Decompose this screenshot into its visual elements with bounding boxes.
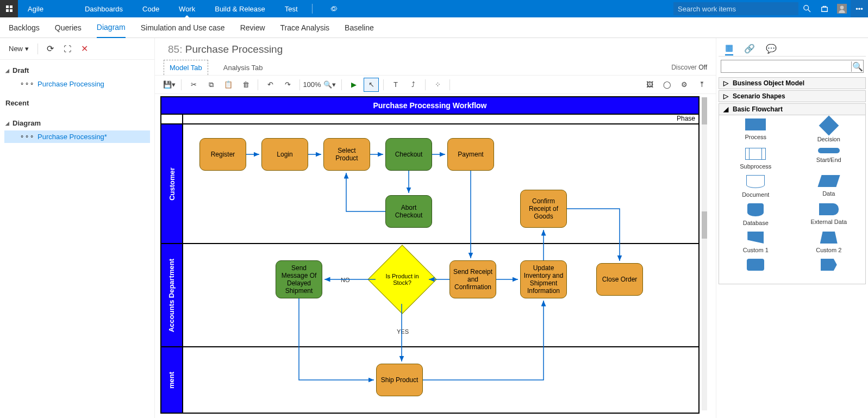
- tab-model[interactable]: Model Tab: [164, 60, 208, 75]
- shapes-search-input[interactable]: [721, 63, 851, 70]
- store-icon[interactable]: [816, 0, 833, 17]
- top-nav: Agile Dashboards Code Work Build & Relea…: [0, 0, 868, 17]
- doc-title: 85: Purchase Processing: [155, 38, 716, 58]
- canvas-scrollbar[interactable]: [702, 97, 707, 410]
- lane-customer-label: Customer: [168, 167, 176, 201]
- shapes-search-icon[interactable]: 🔍: [851, 61, 863, 72]
- nav-dashboards[interactable]: Dashboards: [75, 0, 133, 17]
- subnav-queries[interactable]: Queries: [55, 17, 82, 38]
- subnav-trace[interactable]: Trace Analysis: [280, 17, 330, 38]
- ellipse-button[interactable]: ◯: [659, 78, 675, 92]
- settings-gear-icon[interactable]: [320, 0, 347, 17]
- shape-process[interactable]: Process: [719, 118, 792, 142]
- undo-button[interactable]: ↶: [263, 78, 278, 92]
- gear-button[interactable]: ⚙: [677, 78, 692, 92]
- node-send-receipt[interactable]: Send Receipt and Confirmation: [449, 260, 496, 298]
- paste-button[interactable]: 📋: [221, 78, 236, 92]
- diagram-canvas[interactable]: Purchase Processing Workflow Phase Custo…: [160, 96, 700, 414]
- tree-group-draft[interactable]: ◢Draft: [4, 63, 150, 78]
- tree-group-recent[interactable]: Recent: [4, 96, 150, 110]
- left-sidebar: New ▾ ✕ ◢Draft ⚬⚬⚬Purchase Processing Re…: [0, 38, 155, 418]
- shape-external-data[interactable]: External Data: [792, 203, 866, 226]
- shape-custom-1[interactable]: Custom 1: [719, 232, 792, 253]
- shapes-palette: Process Decision Subprocess Start/End Do…: [719, 115, 866, 284]
- nav-code[interactable]: Code: [133, 0, 169, 17]
- shape-custom-3[interactable]: [719, 259, 792, 280]
- accordion-scenario-shapes[interactable]: ▷Scenario Shapes: [719, 90, 866, 102]
- node-send-delay[interactable]: Send Message Of Delayed Shipment: [276, 260, 322, 298]
- shape-database[interactable]: Database: [719, 203, 792, 226]
- trash-button[interactable]: 🗑: [238, 78, 253, 92]
- nav-build[interactable]: Build & Release: [205, 0, 275, 17]
- tree: ◢Draft ⚬⚬⚬Purchase Processing Recent ◢Di…: [0, 60, 154, 152]
- brand-label[interactable]: Agile: [18, 0, 53, 17]
- node-update-inventory[interactable]: Update Inventory and Shipment Informatio…: [520, 260, 567, 298]
- shapes-search: 🔍: [721, 60, 864, 73]
- node-checkout[interactable]: Checkout: [385, 138, 432, 171]
- nav-work[interactable]: Work: [169, 0, 205, 17]
- refresh-button[interactable]: [43, 41, 57, 56]
- editor-toolbar: 💾▾ ✂ ⧉ 📋 🗑 ↶ ↷ 100% 🔍▾ ▶ ↖ T ⤴ ⁘ 🖼 ◯ ⚙: [155, 76, 716, 94]
- lane-shipment: ment Ship Product: [161, 347, 698, 413]
- new-button[interactable]: New ▾: [5, 42, 32, 55]
- shape-subprocess[interactable]: Subprocess: [719, 148, 792, 170]
- shape-custom-2[interactable]: Custom 2: [792, 232, 866, 253]
- accordion-business-object[interactable]: ▷Business Object Model: [719, 77, 866, 89]
- node-register[interactable]: Register: [199, 138, 246, 171]
- shape-document[interactable]: Document: [719, 175, 792, 198]
- cut-button[interactable]: ✂: [186, 78, 201, 92]
- tree-item-diagram-purchase[interactable]: ⚬⚬⚬Purchase Processing*: [4, 130, 150, 143]
- node-confirm-receipt[interactable]: Confirm Receipt of Goods: [520, 190, 567, 228]
- lane-accounts: Accounts Department Send Message Of Dela…: [161, 244, 698, 347]
- right-tab-grid-icon[interactable]: ▦: [725, 42, 733, 55]
- scatter-tool-button[interactable]: ⁘: [430, 78, 445, 92]
- discover-toggle[interactable]: Discover Off: [671, 64, 707, 71]
- fullscreen-button[interactable]: [60, 42, 74, 55]
- subnav-diagram[interactable]: Diagram: [97, 17, 126, 38]
- node-is-in-stock[interactable]: Is Product in Stock?: [367, 245, 436, 314]
- canvas-wrap: Purchase Processing Workflow Phase Custo…: [155, 94, 716, 418]
- shape-custom-4[interactable]: [792, 259, 866, 280]
- connector-tool-button[interactable]: ⤴: [405, 78, 421, 92]
- text-tool-button[interactable]: T: [388, 78, 403, 92]
- image-button[interactable]: 🖼: [642, 78, 657, 92]
- node-ship-product[interactable]: Ship Product: [376, 364, 423, 396]
- more-icon[interactable]: •••: [851, 0, 868, 17]
- node-payment[interactable]: Payment: [447, 138, 494, 171]
- shape-data[interactable]: Data: [792, 175, 866, 198]
- subnav-baseline[interactable]: Baseline: [345, 17, 374, 38]
- subnav-simulation[interactable]: Simulation and Use case: [141, 17, 225, 38]
- node-select-product[interactable]: Select Product: [323, 138, 370, 171]
- accordion-basic-flowchart[interactable]: ◢Basic Flowchart: [719, 103, 866, 115]
- model-tabs: Model Tab Analysis Tab Discover Off: [155, 58, 716, 76]
- right-tab-link-icon[interactable]: 🔗: [744, 43, 755, 54]
- right-tab-comment-icon[interactable]: 💬: [766, 43, 777, 54]
- tree-group-diagram[interactable]: ◢Diagram: [4, 116, 150, 130]
- delete-button[interactable]: ✕: [78, 41, 91, 56]
- app-logo[interactable]: [0, 0, 18, 17]
- tab-analysis[interactable]: Analysis Tab: [218, 60, 268, 75]
- play-button[interactable]: ▶: [346, 78, 361, 92]
- nav-test[interactable]: Test: [275, 0, 308, 17]
- zoom-menu-button[interactable]: 🔍▾: [322, 78, 337, 92]
- node-abort-checkout[interactable]: Abort Checkout: [385, 195, 432, 228]
- search-input[interactable]: [673, 2, 798, 15]
- user-avatar-icon[interactable]: [833, 0, 851, 17]
- diagram-title: Purchase Processing Workflow: [161, 97, 698, 115]
- cursor-tool-button[interactable]: ↖: [364, 78, 379, 92]
- upload-button[interactable]: ⤒: [694, 78, 709, 92]
- save-button[interactable]: 💾▾: [161, 78, 177, 92]
- tree-item-draft-purchase[interactable]: ⚬⚬⚬Purchase Processing: [4, 78, 150, 90]
- svg-point-3: [840, 5, 844, 9]
- search-icon[interactable]: [798, 0, 816, 17]
- shape-decision[interactable]: Decision: [792, 118, 866, 142]
- node-close-order[interactable]: Close Order: [596, 263, 643, 296]
- left-toolbar: New ▾ ✕: [0, 38, 154, 60]
- subnav-review[interactable]: Review: [240, 17, 265, 38]
- copy-button[interactable]: ⧉: [203, 78, 218, 92]
- node-login[interactable]: Login: [261, 138, 308, 171]
- redo-button[interactable]: ↷: [280, 78, 295, 92]
- shape-start-end[interactable]: Start/End: [792, 148, 866, 170]
- edge-label-yes: YES: [397, 328, 409, 335]
- subnav-backlogs[interactable]: Backlogs: [9, 17, 40, 38]
